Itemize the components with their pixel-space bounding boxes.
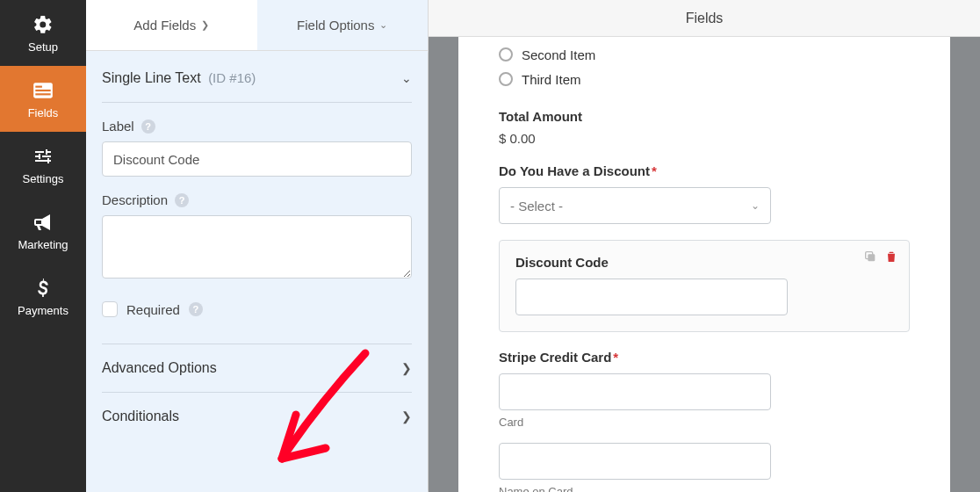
radio-option[interactable]: Second Item: [499, 42, 910, 67]
section-field-type[interactable]: Single Line Text (ID #16) ⌄: [102, 51, 412, 103]
section-conditionals[interactable]: Conditionals ❯: [102, 393, 412, 440]
options-panel: Add Fields ❯ Field Options ⌄ Single Line…: [86, 0, 429, 492]
radio-label: Second Item: [522, 47, 595, 62]
discount-code-input[interactable]: [515, 279, 788, 315]
preview-area: Fields Second Item Third Item Total Amou…: [429, 0, 980, 492]
chevron-right-icon: ❯: [201, 19, 209, 31]
nav-setup[interactable]: Setup: [0, 0, 86, 66]
stripe-label: Stripe Credit Card*: [499, 350, 910, 365]
sliders-icon: [32, 144, 54, 169]
svg-rect-4: [868, 254, 875, 261]
required-checkbox[interactable]: [102, 301, 118, 317]
nav-marketing[interactable]: Marketing: [0, 198, 86, 264]
advanced-options-label: Advanced Options: [102, 360, 217, 376]
name-on-card-sublabel: Name on Card: [499, 485, 910, 492]
tab-field-options[interactable]: Field Options ⌄: [257, 0, 429, 50]
dollar-icon: [33, 276, 53, 300]
duplicate-icon[interactable]: [863, 250, 877, 267]
discount-code-field-label: Discount Code: [515, 255, 893, 270]
left-nav: Setup Fields Settings Marketing Payments: [0, 0, 86, 492]
svg-rect-1: [35, 86, 42, 88]
svg-rect-2: [35, 90, 50, 91]
label-input[interactable]: [102, 141, 412, 177]
tab-add-fields[interactable]: Add Fields ❯: [86, 0, 257, 50]
nav-marketing-label: Marketing: [18, 238, 68, 251]
tab-add-fields-label: Add Fields: [133, 18, 196, 33]
chevron-right-icon: ❯: [401, 409, 412, 423]
required-label: Required: [126, 302, 180, 317]
chevron-down-icon: ⌄: [379, 19, 387, 31]
nav-setup-label: Setup: [28, 40, 58, 54]
help-icon[interactable]: ?: [175, 193, 189, 207]
nav-fields-label: Fields: [28, 106, 59, 119]
chevron-down-icon: ⌄: [751, 199, 760, 212]
gear-icon: [32, 12, 54, 37]
tab-field-options-label: Field Options: [297, 18, 374, 33]
stripe-card-input[interactable]: [499, 373, 771, 410]
help-icon[interactable]: ?: [141, 119, 155, 134]
field-id-tag: (ID #16): [208, 70, 256, 85]
form-canvas: Second Item Third Item Total Amount $ 0.…: [458, 37, 950, 492]
card-sublabel: Card: [499, 416, 910, 429]
conditionals-label: Conditionals: [102, 409, 179, 424]
radio-icon: [499, 72, 513, 86]
nav-payments[interactable]: Payments: [0, 264, 86, 329]
help-icon[interactable]: ?: [189, 302, 203, 316]
nav-fields[interactable]: Fields: [0, 66, 86, 132]
nav-settings[interactable]: Settings: [0, 132, 86, 198]
chevron-down-icon: ⌄: [401, 71, 412, 85]
chevron-right-icon: ❯: [401, 361, 412, 375]
field-type-title: Single Line Text: [102, 70, 201, 85]
radio-label: Third Item: [522, 72, 581, 87]
description-input[interactable]: [102, 215, 412, 279]
total-amount-value: $ 0.00: [499, 131, 910, 146]
section-advanced-options[interactable]: Advanced Options ❯: [102, 344, 412, 393]
nav-settings-label: Settings: [23, 172, 64, 185]
selected-field-card[interactable]: Discount Code: [499, 240, 910, 332]
bullhorn-icon: [32, 210, 54, 235]
preview-title: Fields: [686, 11, 724, 26]
trash-icon[interactable]: [884, 250, 898, 267]
nav-payments-label: Payments: [18, 304, 68, 317]
preview-title-bar: Fields: [429, 0, 980, 37]
total-amount-label: Total Amount: [499, 109, 910, 124]
discount-question-label: Do You Have a Discount*: [499, 163, 910, 178]
svg-rect-3: [35, 93, 50, 95]
radio-icon: [499, 47, 513, 62]
name-on-card-input[interactable]: [499, 443, 771, 480]
select-placeholder: - Select -: [510, 199, 563, 213]
radio-option[interactable]: Third Item: [499, 67, 910, 91]
description-label: Description ?: [102, 192, 189, 207]
label-label: Label ?: [102, 119, 155, 134]
discount-select[interactable]: - Select - ⌄: [499, 187, 771, 224]
form-icon: [32, 78, 54, 103]
